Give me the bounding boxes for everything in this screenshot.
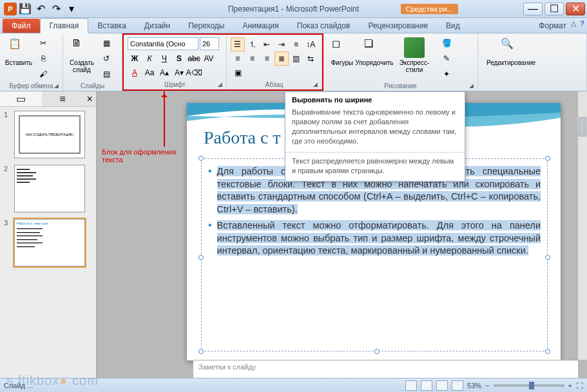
undo-icon[interactable]: ↶ [34, 2, 48, 16]
clear-format-icon[interactable]: A⌫ [187, 66, 201, 80]
font-launcher[interactable]: ◢ [218, 81, 224, 88]
styles-icon [404, 37, 425, 58]
tab-review[interactable]: Рецензирование [359, 19, 437, 33]
view-normal-icon[interactable] [405, 380, 417, 391]
font-name-input[interactable] [128, 37, 198, 50]
vertical-scrollbar[interactable] [578, 91, 587, 360]
fit-window-icon[interactable]: ⛶ [576, 382, 583, 389]
group-font: Ж К Ч S abc AV A Aa A▴ A▾ A⌫ Шрифт ◢ [124, 35, 227, 89]
section-icon[interactable]: ▤ [99, 67, 113, 81]
tooltip-justify: Выровнять по ширине Выравнивание текста … [285, 91, 465, 182]
paragraph-launcher[interactable]: ◢ [313, 81, 320, 88]
group-clipboard: 📋 Вставить ✂ ⎘ 🖌 Буфер обмена ◢ [0, 33, 63, 91]
view-slideshow-icon[interactable] [452, 380, 463, 391]
annotation-text: Блок для оформления текста [102, 148, 192, 163]
editing-button[interactable]: 🔍 Редактирование [482, 36, 540, 91]
app-icon: P [4, 3, 17, 15]
align-center-icon[interactable]: ≡ [245, 51, 260, 66]
close-button[interactable]: ✕ [566, 3, 585, 15]
justify-icon[interactable]: ≣ [274, 51, 289, 66]
thumb-1[interactable]: 1 КАК СОЗДАТЬ ПРЕЗЕНТАЦИЮ [4, 111, 92, 158]
group-paragraph: ☰ ⒈ ⇤ ⇥ ≡ ↕A ≡ ≡ ≡ ≣ ▥ ⇆ ▣ [227, 35, 322, 89]
numbering-icon[interactable]: ⒈ [245, 37, 260, 51]
align-right-icon[interactable]: ≡ [260, 51, 274, 66]
zoom-slider[interactable] [494, 384, 564, 387]
tab-view[interactable]: Вид [437, 19, 469, 33]
tab-design[interactable]: Дизайн [135, 19, 179, 33]
group-editing: 🔍 Редактирование [478, 33, 587, 91]
arrange-icon: ❏ [364, 37, 385, 58]
convert-smartart-icon[interactable]: ▣ [231, 66, 245, 80]
line-spacing-icon[interactable]: ≡ [289, 37, 303, 51]
redo-icon[interactable]: ↷ [49, 2, 63, 16]
slide-textbox[interactable]: Для работы с текстом в редакторе PowerPo… [201, 158, 548, 351]
decrease-indent-icon[interactable]: ⇤ [260, 37, 274, 51]
tab-file[interactable]: Файл [3, 19, 40, 33]
change-case-icon[interactable]: Aa [142, 66, 157, 80]
italic-icon[interactable]: К [142, 51, 157, 66]
cut-icon[interactable]: ✂ [36, 36, 50, 50]
zoom-out-icon[interactable]: − [485, 382, 489, 389]
underline-icon[interactable]: Ч [157, 51, 171, 66]
tab-animations[interactable]: Анимация [233, 19, 287, 33]
spacing-icon[interactable]: AV [202, 51, 216, 66]
notes-pane[interactable]: Заметки к слайду [193, 360, 578, 378]
ribbon-tabs: Файл Главная Вставка Дизайн Переходы Ани… [0, 18, 587, 33]
align-left-icon[interactable]: ≡ [231, 51, 245, 66]
view-sorter-icon[interactable] [421, 380, 432, 391]
minimize-button[interactable]: — [523, 3, 543, 15]
ribbon: 📋 Вставить ✂ ⎘ 🖌 Буфер обмена ◢ 🗎 Создат… [0, 33, 587, 91]
thumb-2[interactable]: 2 ▬▬▬▬▬▬▬▬▬▬▬▬▬▬▬▬▬▬▬▬▬▬▬▬▬ [4, 165, 92, 212]
save-icon[interactable]: 💾 [18, 2, 32, 16]
outline-tab-outline[interactable]: ≡ [42, 91, 84, 106]
zoom-label: 53% [467, 382, 481, 389]
text-direction-icon[interactable]: ↕A [303, 37, 318, 51]
grow-font-icon[interactable]: A▴ [157, 66, 171, 80]
workspace: ▭ ≡ × 1 КАК СОЗДАТЬ ПРЕЗЕНТАЦИЮ 2 ▬▬▬▬▬▬… [0, 91, 587, 378]
outline-tab-slides[interactable]: ▭ [0, 91, 42, 106]
tab-slideshow[interactable]: Показ слайдов [288, 19, 360, 33]
align-text-icon[interactable]: ⇆ [303, 51, 318, 66]
annotation-arrow [164, 91, 165, 147]
strike-icon[interactable]: abc [187, 51, 201, 66]
group-slides: 🗎 Создать слайд ▦ ↺ ▤ Слайды [63, 33, 122, 91]
title-bar: P 💾 ↶ ↷ ▾ Презентация1 - Microsoft Power… [0, 0, 587, 18]
shadow-icon[interactable]: S [172, 51, 186, 66]
shape-fill-icon[interactable]: 🪣 [439, 36, 454, 50]
columns-icon[interactable]: ▥ [289, 51, 303, 66]
contextual-tab-label[interactable]: Средства ри... [401, 4, 458, 14]
new-slide-icon: 🗎 [72, 37, 92, 58]
shrink-font-icon[interactable]: A▾ [172, 66, 186, 80]
layout-icon[interactable]: ▦ [99, 36, 113, 50]
slide-title[interactable]: Работа с т [204, 127, 281, 148]
panel-close-icon[interactable]: × [84, 91, 96, 106]
qat-customize-icon[interactable]: ▾ [64, 2, 79, 16]
clipboard-icon: 📋 [8, 37, 29, 58]
drawing-launcher[interactable]: ◢ [469, 82, 476, 89]
minimize-ribbon-icon[interactable]: △ [571, 19, 576, 28]
window-title: Презентация1 - Microsoft PowerPoint [228, 5, 359, 14]
bullets-icon[interactable]: ☰ [231, 37, 245, 51]
zoom-in-icon[interactable]: + [568, 382, 572, 389]
shape-outline-icon[interactable]: ✎ [439, 51, 454, 66]
thumb-3[interactable]: 3 Работа с текстом▬▬▬▬▬▬▬▬▬▬▬▬▬▬▬▬▬▬▬▬▬▬… [4, 219, 92, 266]
find-icon: 🔍 [501, 37, 521, 58]
copy-icon[interactable]: ⎘ [36, 51, 50, 66]
clipboard-launcher[interactable]: ◢ [54, 82, 61, 89]
font-size-input[interactable] [200, 37, 219, 50]
tab-insert[interactable]: Вставка [88, 19, 135, 33]
font-color-icon[interactable]: A [128, 66, 142, 80]
reset-icon[interactable]: ↺ [99, 51, 113, 66]
view-reading-icon[interactable] [436, 380, 448, 391]
format-painter-icon[interactable]: 🖌 [36, 67, 50, 81]
shape-effects-icon[interactable]: ✦ [439, 67, 454, 81]
bold-icon[interactable]: Ж [128, 51, 142, 66]
tab-home[interactable]: Главная [40, 18, 89, 33]
tab-transitions[interactable]: Переходы [179, 19, 233, 33]
increase-indent-icon[interactable]: ⇥ [274, 37, 289, 51]
edit-area: Блок для оформления текста Выровнять по … [97, 91, 587, 378]
maximize-button[interactable]: ☐ [544, 3, 564, 15]
status-slide-info: Слайд ... [4, 382, 33, 389]
tab-format[interactable]: Формат [530, 19, 575, 33]
help-icon[interactable]: ? [580, 19, 584, 28]
